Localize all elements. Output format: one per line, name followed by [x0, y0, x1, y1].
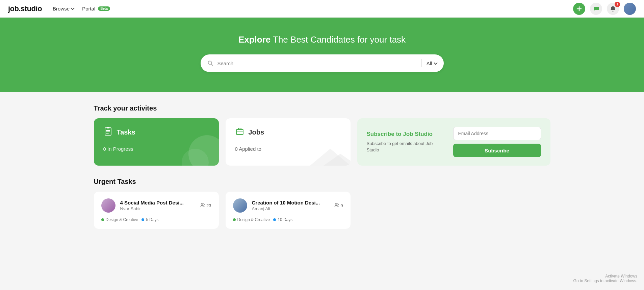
tasks-card-title: Tasks [117, 128, 135, 136]
tasks-card-header: Tasks [103, 126, 209, 138]
hero-title: Explore The Best Candidates for your tas… [238, 34, 406, 45]
user-avatar[interactable] [624, 3, 636, 15]
people-icon [200, 203, 205, 208]
subscribe-text: Subscribe to Job Studio Subscribe to get… [367, 131, 445, 153]
task-card[interactable]: 4 Social Media Post Desi... Nvar Sabir 2… [94, 192, 219, 229]
category-label: Design & Creative [106, 217, 138, 222]
hero-title-bold: Explore [238, 34, 271, 45]
jobs-mountain-decoration [310, 145, 351, 166]
notifications-button[interactable]: 2 [607, 3, 619, 15]
search-bar: All [201, 54, 444, 72]
notification-count: 2 [615, 2, 620, 7]
category-label: Design & Creative [237, 217, 270, 222]
portal-label: Portal [82, 6, 95, 11]
search-divider [421, 59, 422, 67]
tasks-card[interactable]: Tasks 0 In Progress [94, 118, 219, 166]
svg-point-16 [335, 204, 337, 206]
main-content: Track your activites Tasks 0 In Progress [86, 92, 559, 242]
task-info: 4 Social Media Post Desi... Nvar Sabir [120, 200, 196, 211]
tasks-card-stat: 0 In Progress [103, 146, 209, 152]
jobs-card-header: Jobs [235, 126, 341, 138]
add-button[interactable] [573, 3, 585, 15]
briefcase-icon [235, 126, 244, 136]
avatar-image [233, 198, 247, 213]
hero-section: Explore The Best Candidates for your tas… [0, 18, 644, 92]
urgent-tasks-section-title: Urgent Tasks [94, 178, 550, 186]
subscribe-card: Subscribe to Job Studio Subscribe to get… [357, 118, 550, 166]
task-card[interactable]: Creation of 10 Motion Desi... Amanj Ali … [226, 192, 351, 229]
clipboard-icon [103, 126, 113, 136]
duration-label: 5 Days [146, 217, 158, 222]
category-dot [101, 218, 104, 221]
svg-point-2 [613, 10, 614, 11]
search-filter-dropdown[interactable]: All [427, 61, 437, 66]
category-dot [233, 218, 236, 221]
task-avatar [233, 198, 247, 213]
urgent-tasks-grid: 4 Social Media Post Desi... Nvar Sabir 2… [94, 192, 550, 229]
jobs-card-title: Jobs [249, 128, 264, 136]
svg-line-4 [211, 64, 213, 66]
task-avatar [101, 198, 115, 213]
jobs-card[interactable]: Jobs 0 Applied to [226, 118, 351, 166]
message-icon [593, 6, 599, 12]
filter-label: All [427, 61, 432, 66]
category-tag: Design & Creative [101, 217, 138, 222]
task-title: 4 Social Media Post Desi... [120, 200, 195, 206]
brand-logo[interactable]: job.studio [8, 4, 42, 13]
svg-point-17 [337, 204, 338, 205]
subscribe-button[interactable]: Subscribe [453, 144, 541, 157]
svg-point-15 [203, 204, 204, 205]
email-input[interactable] [453, 127, 541, 140]
task-people-count: 23 [200, 203, 211, 208]
bell-icon [610, 6, 616, 12]
duration-tag: 5 Days [141, 217, 158, 222]
people-number: 9 [340, 203, 343, 208]
filter-chevron-icon [434, 61, 437, 65]
navbar-right: 2 [573, 3, 636, 15]
task-tags: Design & Creative 5 Days [101, 217, 211, 222]
browse-label: Browse [53, 6, 70, 11]
svg-rect-5 [105, 128, 111, 135]
jobs-icon [235, 126, 244, 138]
avatar-image [624, 3, 636, 15]
beta-badge: Beta [98, 6, 110, 11]
task-info: Creation of 10 Motion Desi... Amanj Ali [252, 200, 330, 211]
browse-menu[interactable]: Browse [53, 6, 74, 11]
tasks-icon [103, 126, 113, 138]
subscribe-form: Subscribe [453, 127, 541, 157]
duration-dot [273, 218, 276, 221]
search-input[interactable] [217, 61, 417, 66]
task-tags: Design & Creative 10 Days [233, 217, 343, 222]
svg-rect-6 [107, 127, 109, 128]
task-title: Creation of 10 Motion Desi... [252, 200, 326, 206]
navbar: job.studio Browse Portal Beta 2 [0, 0, 644, 18]
category-tag: Design & Creative [233, 217, 270, 222]
avatar-image [101, 198, 115, 213]
duration-tag: 10 Days [273, 217, 292, 222]
subscribe-title: Subscribe to Job Studio [367, 131, 445, 138]
duration-dot [141, 218, 144, 221]
messages-button[interactable] [590, 3, 602, 15]
activities-section-title: Track your activites [94, 104, 550, 112]
activity-grid: Tasks 0 In Progress Jobs 0 Applied to [94, 118, 550, 166]
task-header: 4 Social Media Post Desi... Nvar Sabir 2… [101, 198, 211, 213]
task-author: Nvar Sabir [120, 206, 196, 211]
svg-point-14 [201, 204, 203, 206]
people-number: 23 [206, 203, 211, 208]
search-icon [207, 60, 213, 66]
task-author: Amanj Ali [252, 206, 330, 211]
task-header: Creation of 10 Motion Desi... Amanj Ali … [233, 198, 343, 213]
people-icon [334, 203, 339, 208]
duration-label: 10 Days [278, 217, 292, 222]
plus-icon [576, 6, 582, 12]
portal-link[interactable]: Portal Beta [82, 6, 110, 11]
browse-chevron-icon [71, 6, 74, 10]
task-people-count: 9 [334, 203, 343, 208]
subscribe-description: Subscribe to get emails about Job Studio [367, 140, 445, 153]
hero-title-rest: The Best Candidates for your task [271, 34, 406, 45]
